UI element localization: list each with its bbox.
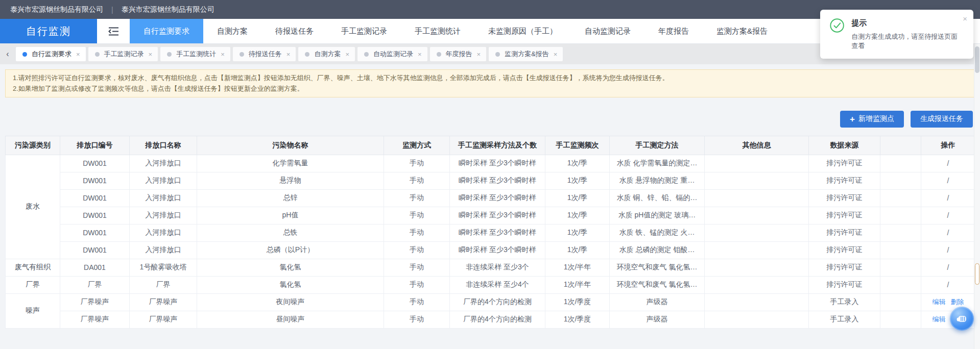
cell-pollutant: 氯化氢 — [197, 276, 384, 293]
table-actions: + 新增监测点 生成报送任务 — [7, 111, 973, 128]
table-row: 废气有组织 DA001 1号酸雾吸收塔 氯化氢 手动 非连续采样 至少3个 1次… — [6, 259, 975, 276]
page-scrollbar[interactable] — [974, 44, 980, 349]
view-chip-self-test-plan[interactable]: 自测方案 × — [298, 47, 355, 61]
tab-self-test-plan[interactable]: 自测方案 — [203, 19, 261, 43]
tab-auto-monitoring-records[interactable]: 自动监测记录 — [571, 19, 644, 43]
view-chip-monitoring-plan-report[interactable]: 监测方案&报告 × — [489, 47, 563, 61]
chip-label: 自动监测记录 — [373, 49, 413, 59]
cell-outlet-name: 入河排放口 — [130, 207, 197, 224]
cell-data-source: 手工录入 — [809, 311, 880, 328]
inactive-dot-icon — [95, 52, 100, 57]
view-chip-self-monitoring-requirements[interactable]: 自行监测要求 × — [16, 47, 86, 61]
cell-blank — [880, 189, 921, 207]
cell-determination: 水质 化学需氧量的测定… — [610, 155, 705, 172]
view-chip-manual-monitoring-stats[interactable]: 手工监测统计 × — [160, 47, 230, 61]
header-data-source: 数据来源 — [809, 136, 880, 155]
cell-method: 手动 — [384, 241, 450, 259]
cell-outlet-name: 入河排放口 — [130, 224, 197, 241]
cell-pollutant: 悬浮物 — [197, 172, 384, 189]
close-icon[interactable]: × — [286, 51, 291, 58]
cell-outlet-number: DW001 — [60, 224, 130, 241]
table-row: DW001 入河排放口 pH值 手动 瞬时采样 至少3个瞬时样 1次/季 水质 … — [6, 207, 975, 224]
cell-other-info — [705, 155, 809, 172]
header-pollutant-name: 污染物名称 — [197, 136, 384, 155]
close-icon[interactable]: × — [345, 51, 349, 58]
cell-outlet-name: 厂界噪声 — [130, 311, 197, 328]
cell-data-source: 排污许可证 — [809, 259, 880, 276]
close-icon[interactable]: × — [418, 51, 422, 58]
view-chip-manual-monitoring-records[interactable]: 手工监测记录 × — [88, 47, 158, 61]
tab-unmonitored-reason[interactable]: 未监测原因（手工） — [474, 19, 571, 43]
collapse-menu-button[interactable] — [97, 19, 130, 43]
view-chip-auto-monitoring-records[interactable]: 自动监测记录 × — [357, 47, 427, 61]
table-row: DW001 入河排放口 悬浮物 手动 瞬时采样 至少3个瞬时样 1次/季 水质 … — [6, 172, 975, 189]
close-icon[interactable]: × — [221, 51, 225, 58]
table-row: DW001 入河排放口 总铁 手动 瞬时采样 至少3个瞬时样 1次/季 水质 铁… — [6, 224, 975, 241]
header-monitoring-method: 监测方式 — [384, 136, 450, 155]
cell-frequency: 1次/半年 — [545, 259, 610, 276]
close-icon[interactable]: × — [963, 15, 967, 22]
view-chip-pending-report-tasks[interactable]: 待报送任务 × — [233, 47, 296, 61]
cell-other-info — [705, 189, 809, 207]
company-name-primary[interactable]: 泰兴市宏源钢丝制品有限公司 — [10, 5, 103, 14]
cell-pollutant: 夜间噪声 — [197, 293, 384, 311]
table-row: DW001 入河排放口 总磷（以P计） 手动 瞬时采样 至少3个瞬时样 1次/季… — [6, 241, 975, 259]
tab-monitoring-plan-report[interactable]: 监测方案&报告 — [703, 19, 781, 43]
close-icon[interactable]: × — [554, 51, 558, 58]
cell-sampling: 瞬时采样 至少3个瞬时样 — [450, 207, 545, 224]
header-frequency: 手工监测频次 — [545, 136, 610, 155]
cell-outlet-number: 厂界噪声 — [60, 311, 130, 328]
cell-outlet-name: 入河排放口 — [130, 241, 197, 259]
header-blank — [880, 136, 921, 155]
cell-other-info — [705, 276, 809, 293]
inactive-dot-icon — [437, 52, 441, 57]
chip-label: 年度报告 — [446, 49, 472, 59]
company-name-secondary[interactable]: 泰兴市宏源钢丝制品有限公司 — [122, 5, 214, 14]
header-pollution-source-type: 污染源类别 — [6, 136, 60, 155]
close-icon[interactable]: × — [76, 51, 80, 58]
cell-sampling: 瞬时采样 至少3个瞬时样 — [450, 241, 545, 259]
close-icon[interactable]: × — [149, 51, 153, 58]
header-outlet-number: 排放口编号 — [60, 136, 130, 155]
cell-outlet-name: 厂界 — [130, 276, 197, 293]
scrollbar-thumb[interactable] — [975, 46, 979, 73]
add-monitoring-point-button[interactable]: + 新增监测点 — [840, 111, 904, 128]
header-other-info: 其他信息 — [705, 136, 809, 155]
header-determination-method: 手工测定方法 — [610, 136, 705, 155]
chip-label: 自行监测要求 — [32, 49, 71, 59]
plus-icon: + — [850, 115, 855, 123]
cell-blank — [880, 224, 921, 241]
tab-pending-report-tasks[interactable]: 待报送任务 — [261, 19, 327, 43]
cell-determination: 水质 悬浮物的测定 重… — [610, 172, 705, 189]
header-outlet-name: 排放口名称 — [130, 136, 197, 155]
cell-determination: 水质 总磷的测定 钼酸… — [610, 241, 705, 259]
delete-link[interactable]: 删除 — [951, 298, 964, 306]
edit-link[interactable]: 编辑 — [933, 315, 946, 323]
cell-other-info — [705, 207, 809, 224]
cell-pollutant: 总铁 — [197, 224, 384, 241]
cell-determination: 环境空气和废气 氯化氢… — [610, 276, 705, 293]
floating-assistant-button[interactable] — [950, 307, 974, 331]
cell-frequency: 1次/半年 — [545, 276, 610, 293]
cell-sampling: 瞬时采样 至少3个瞬时样 — [450, 155, 545, 172]
tab-manual-monitoring-records[interactable]: 手工监测记录 — [327, 19, 401, 43]
tab-manual-monitoring-stats[interactable]: 手工监测统计 — [401, 19, 474, 43]
success-toast: 提示 自测方案生成成功，请至待报送页面查看 × — [820, 10, 973, 59]
chevron-left-icon[interactable]: ‹ — [2, 49, 13, 59]
category-factory-boundary: 厂界 — [6, 276, 60, 293]
tab-self-monitoring-requirements[interactable]: 自行监测要求 — [130, 19, 203, 43]
cell-operations: / — [921, 259, 975, 276]
view-chip-annual-report[interactable]: 年度报告 × — [430, 47, 487, 61]
cell-determination: 环境空气和废气 氯化氢… — [610, 259, 705, 276]
generate-report-task-button[interactable]: 生成报送任务 — [911, 111, 973, 128]
edit-link[interactable]: 编辑 — [933, 298, 946, 306]
cell-frequency: 1次/季 — [545, 172, 610, 189]
table-row: 噪声 厂界噪声 厂界噪声 夜间噪声 手动 厂界的4个方向的检测 1次/季度 声级… — [6, 293, 975, 311]
cell-method: 手动 — [384, 259, 450, 276]
op-placeholder: / — [947, 177, 949, 185]
tab-annual-report[interactable]: 年度报告 — [644, 19, 703, 43]
cell-pollutant: 氯化氢 — [197, 259, 384, 276]
close-icon[interactable]: × — [477, 51, 481, 58]
table-body: 废水 DW001 入河排放口 化学需氧量 手动 瞬时采样 至少3个瞬时样 1次/… — [6, 155, 975, 328]
cell-sampling: 厂界的4个方向的检测 — [450, 293, 545, 311]
